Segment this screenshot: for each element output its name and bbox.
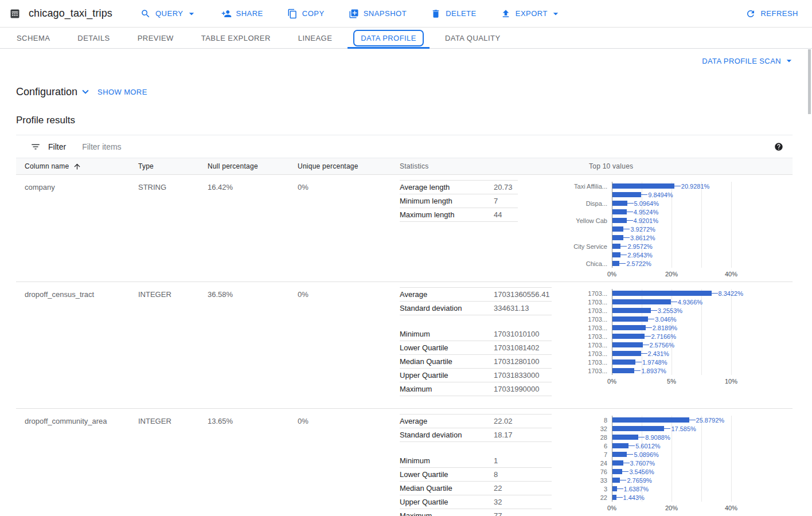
type-cell: STRING bbox=[138, 180, 208, 282]
stat-label: Maximum bbox=[400, 511, 494, 516]
column-header-label: Unique percentage bbox=[298, 162, 358, 170]
bar-row: 763.5456% bbox=[612, 467, 791, 476]
statistics-cell: Average22.02Standard deviation18.17Minim… bbox=[400, 414, 589, 516]
refresh-button[interactable]: REFRESH bbox=[745, 9, 798, 19]
chevron-down-icon[interactable] bbox=[79, 85, 92, 98]
column-header-label: Type bbox=[138, 162, 154, 170]
value-label: 2.431% bbox=[648, 350, 669, 357]
value-label: 3.7607% bbox=[630, 460, 655, 467]
share-button[interactable]: SHARE bbox=[221, 9, 263, 19]
category-label: 8 bbox=[572, 416, 607, 424]
stat-label: Lower Quartile bbox=[400, 470, 494, 479]
help-button[interactable] bbox=[774, 142, 783, 151]
stat-value: 1 bbox=[494, 456, 498, 465]
category-label: 1703... bbox=[572, 315, 607, 323]
tab-lineage[interactable]: LINEAGE bbox=[284, 28, 346, 48]
value-label: 20.9281% bbox=[681, 183, 710, 190]
scan-row: DATA PROFILE SCAN bbox=[0, 49, 812, 67]
bar bbox=[612, 192, 641, 197]
category-label: 32 bbox=[572, 425, 607, 432]
tab-table-explorer[interactable]: TABLE EXPLORER bbox=[188, 28, 284, 48]
bar bbox=[612, 435, 638, 440]
column-name-cell: company bbox=[25, 180, 138, 282]
stat-group: Minimum1Lower Quartile8Median Quartile22… bbox=[400, 454, 552, 516]
value-label: 4.9366% bbox=[678, 299, 702, 306]
value-label: 5.0896% bbox=[634, 451, 658, 458]
leader-line bbox=[634, 370, 641, 371]
bar-row: 3.8612% bbox=[612, 233, 791, 242]
stat-value: 77 bbox=[494, 511, 502, 516]
bar-row: 1703...2.5756% bbox=[612, 341, 791, 349]
bar-row: 1703...1.9748% bbox=[612, 358, 791, 366]
bar-row: 1703...3.2553% bbox=[612, 306, 791, 315]
type-cell: INTEGER bbox=[138, 287, 208, 408]
value-label: 8.9088% bbox=[645, 434, 670, 441]
value-label: 2.9572% bbox=[627, 243, 652, 250]
leader-line bbox=[627, 220, 633, 221]
stat-label: Standard deviation bbox=[400, 431, 494, 439]
show-more-button[interactable]: SHOW MORE bbox=[97, 88, 147, 96]
filter-bar: Filter bbox=[16, 135, 793, 158]
value-label: 8.3422% bbox=[719, 290, 743, 297]
tab-data-profile[interactable]: DATA PROFILE bbox=[346, 28, 431, 48]
snapshot-label: SNAPSHOT bbox=[364, 9, 407, 18]
bar-row: Chica...2.5722% bbox=[612, 259, 791, 268]
delete-button[interactable]: DELETE bbox=[431, 9, 477, 19]
data-profile-scan-button[interactable]: DATA PROFILE SCAN bbox=[702, 55, 795, 67]
tab-label: PREVIEW bbox=[138, 34, 174, 42]
stat-row: Median Quartile17031280100 bbox=[400, 355, 552, 369]
stat-row: Maximum length44 bbox=[400, 208, 518, 222]
copy-button[interactable]: COPY bbox=[287, 9, 325, 19]
leader-line bbox=[622, 471, 628, 472]
axis-baseline bbox=[612, 289, 612, 375]
configuration-title: Configuration bbox=[16, 86, 77, 98]
bar-row: 243.7607% bbox=[612, 459, 791, 467]
category-label: 6 bbox=[572, 442, 607, 449]
column-name-cell: dropoff_census_tract bbox=[25, 287, 138, 408]
help-icon bbox=[774, 142, 783, 151]
value-label: 1.9748% bbox=[642, 359, 667, 366]
tab-preview[interactable]: PREVIEW bbox=[124, 28, 188, 48]
bar-row: 825.8792% bbox=[612, 416, 791, 424]
bar bbox=[612, 299, 671, 304]
scrollbar-thumb[interactable] bbox=[808, 49, 811, 114]
bar bbox=[612, 261, 619, 266]
tab-data-quality[interactable]: DATA QUALITY bbox=[431, 28, 514, 48]
tab-label: LINEAGE bbox=[298, 34, 333, 42]
copy-icon bbox=[287, 9, 298, 19]
column-header-column-name[interactable]: Column name bbox=[25, 162, 138, 171]
bar bbox=[612, 351, 641, 356]
tab-label: DATA PROFILE bbox=[353, 30, 424, 46]
query-button[interactable]: QUERY bbox=[140, 8, 197, 19]
leader-line bbox=[671, 302, 677, 302]
tab-details[interactable]: DETAILS bbox=[64, 28, 123, 48]
category-label: 1703... bbox=[572, 358, 607, 366]
stat-label: Maximum bbox=[400, 385, 494, 393]
tab-label: TABLE EXPLORER bbox=[201, 34, 271, 42]
refresh-label: REFRESH bbox=[760, 9, 798, 18]
stat-row: Standard deviation334631.13 bbox=[400, 302, 552, 315]
header-toolbar: QUERYSHARECOPYSNAPSHOTDELETEEXPORT bbox=[140, 8, 561, 19]
copy-label: COPY bbox=[302, 9, 325, 18]
category-label: 1703... bbox=[572, 298, 607, 306]
bar bbox=[612, 359, 635, 365]
leader-line bbox=[617, 488, 623, 489]
category-label: 7 bbox=[572, 451, 607, 458]
value-label: 4.9524% bbox=[634, 209, 658, 216]
tab-schema[interactable]: SCHEMA bbox=[3, 28, 64, 48]
type-cell: INTEGER bbox=[138, 414, 208, 516]
profile-results-title: Profile results bbox=[16, 115, 812, 126]
leader-line bbox=[623, 229, 630, 229]
leader-line bbox=[616, 497, 623, 498]
tab-bar: SCHEMADETAILSPREVIEWTABLE EXPLORERLINEAG… bbox=[0, 28, 812, 49]
leader-line bbox=[628, 445, 635, 446]
value-label: 17.585% bbox=[671, 425, 696, 432]
snapshot-button[interactable]: SNAPSHOT bbox=[349, 9, 407, 19]
leader-line bbox=[638, 437, 645, 437]
data-profile-scan-label: DATA PROFILE SCAN bbox=[702, 57, 781, 65]
bar bbox=[612, 183, 674, 189]
filter-input[interactable] bbox=[81, 142, 774, 152]
stat-label: Upper Quartile bbox=[400, 371, 494, 380]
export-button[interactable]: EXPORT bbox=[501, 8, 561, 19]
value-label: 3.8612% bbox=[630, 234, 655, 241]
